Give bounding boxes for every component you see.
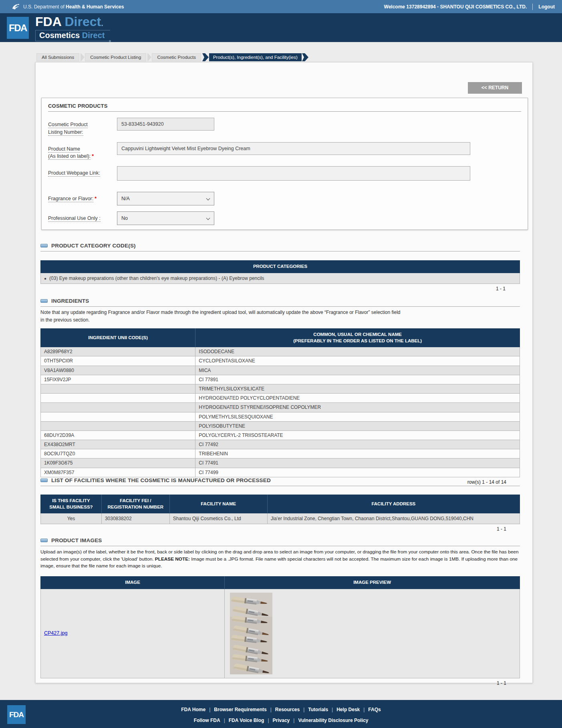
listing-number-input[interactable] xyxy=(117,118,214,131)
card-title: COSMETIC PRODUCTS xyxy=(48,103,521,112)
ingredient-name: MICA xyxy=(195,366,520,375)
ingredient-name: ISODODECANE xyxy=(195,347,520,356)
ingredient-unii-code: 8OC9U7TQZ0 xyxy=(41,449,195,459)
facility-row: Yes3030838202Shantou Qiji Cosmetics Co.,… xyxy=(41,513,520,524)
logout-link[interactable]: Logout xyxy=(538,4,555,10)
ingredient-unii-code xyxy=(41,384,195,393)
ingredients-note: Note that any update regarding Fragrance… xyxy=(40,309,520,324)
ingredient-name: POLYISOBUTYTENE xyxy=(195,421,520,430)
ingredients-section-title: INGREDIENTS xyxy=(51,298,89,304)
footer-link-vulnerability-disclosure-policy[interactable]: Vulnerability Disclosure Policy xyxy=(298,718,368,723)
footer-link-resources[interactable]: Resources xyxy=(275,707,300,712)
facility-name: Shantou Qiji Cosmetics Co., Ltd xyxy=(169,513,267,524)
footer-link-tutorials[interactable]: Tutorials xyxy=(308,707,328,712)
facilities-column-header: FACILITY NAME xyxy=(169,495,267,513)
ingredient-unii-code xyxy=(41,412,195,421)
category-section-title: PRODUCT CATEGORY CODE(S) xyxy=(51,243,136,249)
ingredient-unii-code xyxy=(41,394,195,403)
images-section-title: PRODUCT IMAGES xyxy=(51,537,102,543)
ingredient-name: HYDROGENATED STYRENE/ISOPRENE COPOLYMER xyxy=(195,403,520,412)
ingredient-row: HYDROGENATED POLYCYCLOPENTADIENE xyxy=(41,394,520,403)
breadcrumb-tab-all-submissions[interactable]: All Submissions xyxy=(36,53,79,61)
dept-label: U.S. Department of Health & Human Servic… xyxy=(23,4,124,10)
return-button[interactable]: << RETURN xyxy=(468,82,522,94)
footer-separator: | xyxy=(268,718,269,723)
collapse-icon[interactable] xyxy=(40,244,48,247)
ingredient-row: V8A1AW0880MICA xyxy=(41,366,520,375)
footer-link-fda-voice-blog[interactable]: FDA Voice Blog xyxy=(229,718,264,723)
breadcrumb-tab-active[interactable]: Product(s), Ingredient(s), and Facility(… xyxy=(209,53,302,61)
ingredient-name: CI 77491 xyxy=(195,459,520,468)
breadcrumb-tab-cosmetic-product-listing[interactable]: Cosmetic Product Listing xyxy=(85,53,146,61)
ingredient-row: POLYISOBUTYTENE xyxy=(41,421,520,430)
ingredient-row: HYDROGENATED STYRENE/ISOPRENE COPOLYMER xyxy=(41,403,520,412)
listing-number-row: Cosmetic Product Listing Number: xyxy=(48,118,521,136)
product-name-label: Product Name (As listed on label):* xyxy=(48,142,117,161)
footer-separator: | xyxy=(270,707,272,712)
footer-link-fda-home[interactable]: FDA Home xyxy=(181,707,205,712)
ingredient-row: A8289P68Y2ISODODECANE xyxy=(41,347,520,356)
category-row: ●(03) Eye makeup preparations (other tha… xyxy=(41,273,520,284)
collapse-icon[interactable] xyxy=(40,539,48,542)
divider xyxy=(40,251,520,251)
breadcrumb-separator-icon xyxy=(80,53,85,61)
image-row: CP427.jpg xyxy=(41,589,520,678)
footer-link-follow-fda[interactable]: Follow FDA xyxy=(194,718,220,723)
breadcrumb: All SubmissionsCosmetic Product ListingC… xyxy=(36,53,309,61)
brand-bar: FDA FDA Direct. Cosmetics Direct xyxy=(0,13,562,42)
facility-fei-number: 3030838202 xyxy=(101,513,169,524)
ingredient-unii-code: V8A1AW0880 xyxy=(41,366,195,375)
facilities-column-header: FACILITY FEI /REGISTRATION NUMBER xyxy=(101,495,169,513)
ingredients-col1-header: INGREDIENT UNII CODE(S) xyxy=(41,329,195,347)
ingredient-name: HYDROGENATED POLYCYCLOPENTADIENE xyxy=(195,394,520,403)
footer-links-row1: FDA Home|Browser Requirements|Resources|… xyxy=(0,706,562,713)
footer-separator: | xyxy=(303,707,304,712)
hhs-eagle-icon xyxy=(11,3,20,11)
ingredient-unii-code: 15FIX9V2JP xyxy=(41,375,195,384)
ingredient-unii-code: A8289P68Y2 xyxy=(41,347,195,356)
welcome-text: Welcome 13728942894 - SHANTOU QIJI COSME… xyxy=(384,4,527,10)
images-table-body: CP427.jpg xyxy=(41,589,520,678)
topbar-divider xyxy=(532,4,533,10)
fragrance-label: Fragrance or Flavor:* xyxy=(48,192,117,203)
webpage-link-input[interactable] xyxy=(117,166,470,181)
category-table-body: ●(03) Eye makeup preparations (other tha… xyxy=(41,273,520,284)
category-pagination: 1 - 1 xyxy=(40,286,520,292)
footer-link-browser-requirements[interactable]: Browser Requirements xyxy=(214,707,266,712)
collapse-icon[interactable] xyxy=(40,299,48,303)
facility-small-business: Yes xyxy=(41,513,102,524)
professional-use-select[interactable]: No xyxy=(117,211,214,225)
facilities-header-row: IS THIS FACILITYSMALL BUSINESS?FACILITY … xyxy=(41,495,520,513)
ingredient-unii-code xyxy=(41,403,195,412)
breadcrumb-tab-cosmetic-products[interactable]: Cosmetic Products xyxy=(152,53,201,61)
fragrance-select[interactable]: N/A xyxy=(117,192,214,205)
chevron-down-icon xyxy=(206,216,210,220)
ingredient-row: XM0M87F357CI 77499 xyxy=(41,468,520,477)
bullet-icon: ● xyxy=(44,276,46,281)
product-name-input[interactable] xyxy=(117,142,470,155)
cosmetic-products-card: COSMETIC PRODUCTS Cosmetic Product Listi… xyxy=(41,98,528,230)
ingredient-unii-code: XM0M87F357 xyxy=(41,468,195,477)
footer: FDA FDA Home|Browser Requirements|Resour… xyxy=(0,700,562,728)
footer-links-row2: Follow FDA|FDA Voice Blog|Privacy|Vulner… xyxy=(0,716,562,724)
divider xyxy=(40,486,520,486)
facilities-pagination: 1 - 1 xyxy=(40,526,520,532)
ingredient-name: CI 77499 xyxy=(195,468,520,477)
facility-address: Jia'er Industrial Zone, Chengtian Town, … xyxy=(267,513,520,524)
footer-link-help-desk[interactable]: Help Desk xyxy=(336,707,360,712)
facilities-table: IS THIS FACILITYSMALL BUSINESS?FACILITY … xyxy=(40,495,520,524)
image-file-link[interactable]: CP427.jpg xyxy=(44,630,67,636)
ingredient-name: CYCLOPENTASILOXANE xyxy=(195,356,520,366)
divider xyxy=(40,546,520,546)
images-pagination: 1 - 1 xyxy=(40,680,520,686)
app-title: FDA Direct. Cosmetics Direct xyxy=(35,15,110,41)
footer-link-faqs[interactable]: FAQs xyxy=(368,707,381,712)
ingredient-row: POLYMETHYLSILSESQUIOXANE xyxy=(41,412,520,421)
images-section: PRODUCT IMAGES Upload an image(s) of the… xyxy=(40,537,520,686)
ingredient-row: 15FIX9V2JPCI 77891 xyxy=(41,375,520,384)
professional-use-row: Professional Use Only : No xyxy=(48,211,521,225)
ingredient-name: TRIBEHENIN xyxy=(195,449,520,459)
collapse-icon[interactable] xyxy=(40,479,48,482)
images-col2-header: IMAGE PREVIEW xyxy=(225,577,520,589)
footer-link-privacy[interactable]: Privacy xyxy=(273,718,290,723)
